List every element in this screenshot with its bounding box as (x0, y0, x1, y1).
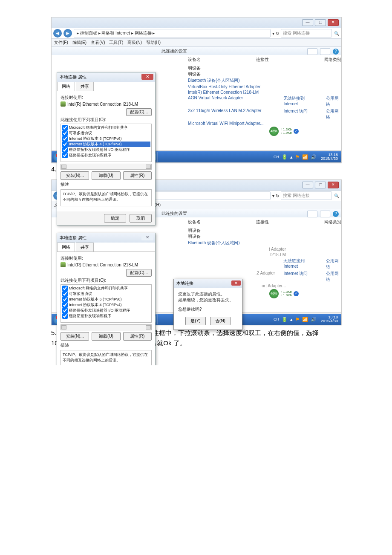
description-label: 描述 (61, 182, 152, 188)
confirm-title: 本地连接 (176, 280, 193, 286)
protocol-list[interactable]: Microsoft 网络的文件和打印机共享 可靠多播协议 Internet 协议… (61, 124, 152, 162)
view-dropdown[interactable] (307, 48, 317, 55)
close-button[interactable]: ✕ (328, 182, 339, 188)
connect-using-label: 连接时使用: (61, 95, 152, 101)
maximize-button[interactable]: ▢ (315, 19, 326, 26)
confirm-dialog: 本地连接 ✕ 您更改了此连接的属性。 如果继续，您的更改将丢失。 您想继续吗? … (173, 279, 242, 330)
configure-button[interactable]: 配置(C)... (126, 108, 152, 116)
description-text: TCP/IP。该协议是默认的广域网络协议，它提供在不同的相互连接的网络上的通讯。 (61, 189, 152, 206)
item-checkbox[interactable] (62, 142, 68, 147)
no-button[interactable]: 否(N) (210, 317, 231, 325)
screenshot-1: — ▢ ✕ ◄ ► ▸ 控制面板 ▸ 网络和 Internet ▸ 网络连接 ▸… (51, 17, 342, 163)
items-label: 此连接使用下列项目(O): (61, 117, 152, 123)
gauge-ball: 46% (269, 127, 279, 136)
nic-name: Intel(R) Ethernet Connection I218-LM (67, 102, 138, 107)
confirm-text: 您更改了此连接的属性。 (178, 291, 238, 297)
confirm-text: 您想继续吗? (178, 306, 238, 312)
yes-button[interactable]: 是(Y) (185, 317, 206, 325)
network-gauge[interactable]: 46% ↑ 1.3Kb↓ 1.9Kb ✓ (269, 289, 299, 298)
col-type[interactable]: 网络类别 (324, 57, 341, 63)
device-row[interactable]: VirtualBox Host-Only Ethernet Adapter (188, 84, 341, 90)
view-dropdown[interactable] (307, 211, 317, 217)
minimize-button[interactable]: — (302, 182, 313, 188)
preview-toggle[interactable] (320, 48, 330, 55)
search-icon[interactable]: 🔍 (334, 31, 340, 36)
item-checkbox[interactable] (62, 136, 68, 142)
menu-tools[interactable]: 工具(T) (109, 40, 123, 46)
help-icon[interactable]: ? (333, 49, 339, 55)
properties-button[interactable]: 属性(R) (123, 171, 152, 180)
device-row[interactable]: AGN Virtual Network Adapter无法链接到 Interne… (188, 95, 341, 108)
preview-toggle[interactable] (320, 211, 330, 217)
search-input[interactable]: 搜索 网络连接 (281, 29, 332, 38)
column-headers: 设备名 连接性 网络类别 (52, 55, 341, 65)
close-button[interactable]: ✕ (328, 19, 339, 26)
device-row[interactable]: Bluetooth 设备(个人区域网) (188, 77, 341, 84)
tab-sharing[interactable]: 共享 (76, 82, 94, 91)
battery-icon[interactable]: 🔋 (282, 154, 288, 160)
menu-edit[interactable]: 编辑(E) (72, 40, 86, 46)
install-button[interactable]: 安装(N)... (61, 171, 89, 180)
maximize-button[interactable]: ▢ (315, 182, 326, 188)
confirm-close-button[interactable]: ✕ (231, 280, 241, 286)
cancel-button[interactable]: 取消 (130, 214, 152, 223)
help-icon[interactable]: ? (333, 211, 339, 217)
selected-item: Internet 协议版本 4 (TCP/IPv4) (69, 142, 122, 147)
forward-button[interactable]: ► (63, 29, 72, 38)
device-category: 明设备 (52, 65, 341, 71)
item-checkbox[interactable] (62, 153, 68, 158)
refresh-icon[interactable]: ▾ ↻ (272, 31, 279, 36)
device-row[interactable]: 2x2 11b/g/n Wireless LAN M.2 AdapterInte… (188, 108, 341, 121)
item-checkbox[interactable] (62, 130, 68, 136)
toolbar-hint: 此连接的设置 (161, 211, 187, 217)
minimize-button[interactable]: — (302, 19, 313, 26)
search-input[interactable]: 搜索 网络连接 (281, 191, 332, 200)
uninstall-button[interactable]: 卸载(U) (92, 171, 120, 180)
menu-help[interactable]: 帮助(H) (146, 40, 161, 46)
menu-view[interactable]: 查看(V) (91, 40, 105, 46)
flag-icon[interactable]: ⚑ (295, 154, 300, 160)
refresh-icon[interactable]: ▾ ↻ (272, 194, 279, 198)
col-device[interactable]: 设备名 (188, 57, 201, 63)
menu-bar: 文件(F) 编辑(E) 查看(V) 工具(T) 高级(N) 帮助(H) (52, 39, 341, 47)
col-conn[interactable]: 连接性 (256, 57, 269, 63)
clock[interactable]: 13:182015/4/30 (319, 153, 340, 161)
dialog-close-button[interactable]: ✕ (141, 234, 153, 240)
item-checkbox[interactable] (62, 147, 68, 153)
properties-dialog: 本地连接 属性 ✕ 网络 共享 连接时使用: Intel(R) Ethernet… (57, 72, 156, 225)
shield-icon: ✓ (294, 129, 299, 134)
item-checkbox[interactable] (62, 125, 68, 130)
ime-indicator[interactable]: CH (274, 155, 279, 159)
menu-adv[interactable]: 高级(N) (127, 40, 142, 46)
nic-icon (61, 101, 66, 107)
tray-more-icon[interactable]: ▴ (290, 154, 293, 160)
back-button[interactable]: ◄ (53, 29, 62, 38)
menu-file[interactable]: 文件(F) (54, 40, 68, 46)
device-row[interactable]: Microsoft Virtual WiFi Miniport Adapter.… (188, 121, 341, 126)
network-icon[interactable]: 📶 (302, 154, 308, 160)
volume-icon[interactable]: 🔊 (311, 154, 317, 160)
breadcrumb[interactable]: ▸ 控制面板 ▸ 网络和 Internet ▸ 网络连接 ▸ (74, 29, 271, 38)
dialog-title: 本地连接 属性 (60, 74, 86, 80)
address-bar: ◄ ► ▸ 控制面板 ▸ 网络和 Internet ▸ 网络连接 ▸ ▾ ↻ 搜… (52, 28, 341, 39)
confirm-text: 如果继续，您的更改将丢失。 (178, 297, 238, 303)
toolbar-hint: 此连接的设置 (161, 48, 187, 54)
network-gauge[interactable]: 46% ↑ 1.3Kb↓ 1.9Kb ✓ (269, 127, 299, 136)
glass-frame: — ▢ ✕ (52, 17, 341, 28)
horizontal-scrollbar[interactable] (61, 164, 152, 170)
tab-network[interactable]: 网络 (57, 82, 75, 91)
device-row[interactable]: Intel(R) Ethernet Connection I218-LM (188, 90, 341, 95)
ok-button[interactable]: 确定 (104, 214, 126, 223)
search-icon[interactable]: 🔍 (334, 194, 340, 198)
dialog-close-button[interactable]: ✕ (141, 74, 153, 80)
